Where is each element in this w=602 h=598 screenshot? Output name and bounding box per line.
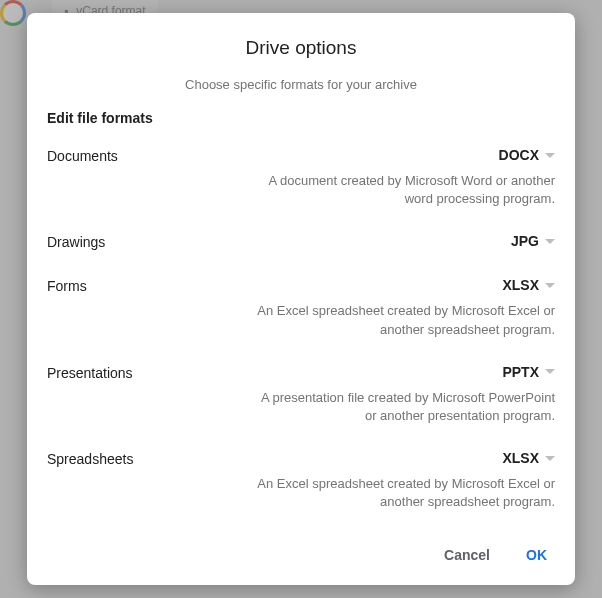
row-label: Presentations [47,363,227,381]
ok-button[interactable]: OK [522,541,551,569]
format-select-drawings[interactable]: JPG [511,233,555,249]
row-desc: A document created by Microsoft Word or … [255,172,555,208]
row-label: Documents [47,146,227,164]
format-value: DOCX [499,147,539,163]
format-value: JPG [511,233,539,249]
row-label: Spreadsheets [47,449,227,467]
dialog-content: Edit file formats Documents DOCX A docum… [27,110,575,527]
cancel-button[interactable]: Cancel [440,541,494,569]
format-select-spreadsheets[interactable]: XLSX [502,450,555,466]
format-value: XLSX [502,450,539,466]
format-row-documents: Documents DOCX A document created by Mic… [47,136,555,208]
chevron-down-icon [545,239,555,244]
chevron-down-icon [545,369,555,374]
format-select-documents[interactable]: DOCX [499,147,555,163]
format-value: XLSX [502,277,539,293]
row-desc: An Excel spreadsheet created by Microsof… [255,302,555,338]
chevron-down-icon [545,283,555,288]
format-row-forms: Forms XLSX An Excel spreadsheet created … [47,266,555,338]
dialog-actions: Cancel OK [27,527,575,585]
format-select-presentations[interactable]: PPTX [502,364,555,380]
format-row-presentations: Presentations PPTX A presentation file c… [47,353,555,425]
format-row-spreadsheets: Spreadsheets XLSX An Excel spreadsheet c… [47,439,555,511]
drive-options-dialog: Drive options Choose specific formats fo… [27,13,575,585]
dialog-subtitle: Choose specific formats for your archive [27,63,575,110]
format-value: PPTX [502,364,539,380]
format-select-forms[interactable]: XLSX [502,277,555,293]
section-header-edit-file-formats: Edit file formats [47,110,555,126]
chevron-down-icon [545,456,555,461]
dialog-title: Drive options [27,13,575,63]
row-desc: An Excel spreadsheet created by Microsof… [255,475,555,511]
chevron-down-icon [545,153,555,158]
row-label: Forms [47,276,227,294]
row-label: Drawings [47,232,227,250]
format-row-drawings: Drawings JPG [47,222,555,252]
row-desc: A presentation file created by Microsoft… [255,389,555,425]
